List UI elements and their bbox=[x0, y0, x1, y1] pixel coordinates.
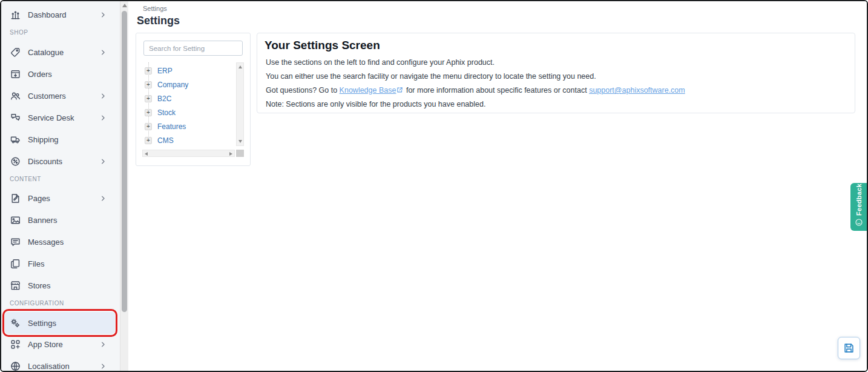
image-icon bbox=[10, 214, 21, 226]
sidebar-item-label: Localisation bbox=[28, 362, 70, 371]
chevron-right-icon bbox=[100, 158, 107, 165]
tree-horizontal-scrollbar[interactable] bbox=[142, 150, 235, 157]
sidebar-item-app-store[interactable]: App Store bbox=[1, 333, 120, 355]
knowledge-base-link[interactable]: Knowledge Base bbox=[340, 86, 396, 95]
storefront-icon bbox=[10, 280, 21, 291]
tree-item-cms: +CMS bbox=[142, 133, 235, 146]
expand-plus-icon[interactable]: + bbox=[145, 67, 152, 75]
sidebar-item-label: App Store bbox=[28, 340, 63, 349]
sidebar-item-orders[interactable]: Orders bbox=[1, 63, 120, 85]
tree-item-stock: +Stock bbox=[142, 105, 235, 119]
sidebar-item-banners[interactable]: Banners bbox=[1, 209, 120, 231]
percent-badge-icon bbox=[10, 156, 21, 167]
sidebar-item-label: Orders bbox=[28, 70, 52, 79]
sidebar-item-dashboard[interactable]: Dashboard bbox=[1, 4, 120, 25]
sidebar-scrollbar[interactable] bbox=[120, 1, 128, 371]
support-email-link[interactable]: support@aphixsoftware.com bbox=[589, 86, 685, 95]
search-input[interactable] bbox=[143, 41, 243, 56]
files-icon bbox=[10, 258, 21, 270]
chevron-right-icon bbox=[100, 93, 107, 99]
chevron-right-icon bbox=[100, 49, 107, 56]
users-icon bbox=[10, 90, 21, 102]
sidebar-item-shipping[interactable]: Shipping bbox=[1, 128, 120, 150]
expand-plus-icon[interactable]: + bbox=[145, 123, 152, 130]
sidebar: DashboardSHOPCatalogueOrdersCustomersSer… bbox=[1, 1, 120, 371]
tree-item-company: +Company bbox=[142, 78, 235, 91]
scroll-up-arrow-icon[interactable] bbox=[238, 65, 242, 68]
settings-tree-panel: +ERP+Company+B2C+Stock+Features+CMS bbox=[136, 33, 251, 166]
tree-item-label[interactable]: Features bbox=[157, 122, 186, 131]
save-button[interactable] bbox=[838, 337, 860, 359]
tree-item-label[interactable]: Company bbox=[157, 81, 188, 89]
tree-item-erp: +ERP bbox=[142, 64, 235, 78]
page-icon bbox=[10, 193, 21, 204]
dashboard-chart-icon bbox=[10, 9, 21, 21]
sidebar-item-label: Discounts bbox=[28, 157, 62, 166]
sidebar-item-localisation[interactable]: Localisation bbox=[1, 355, 120, 372]
chevron-right-icon bbox=[100, 341, 107, 348]
chat-bubbles-icon bbox=[10, 112, 21, 124]
sidebar-item-label: Customers bbox=[28, 91, 66, 101]
info-paragraph-3: Got questions? Go to Knowledge Base for … bbox=[266, 86, 685, 95]
info-paragraph-2: You can either use the search facility o… bbox=[266, 72, 596, 81]
sidebar-item-label: Catalogue bbox=[28, 48, 64, 57]
scrollbar-up-arrow-icon[interactable] bbox=[122, 4, 127, 7]
expand-plus-icon[interactable]: + bbox=[145, 137, 152, 144]
gears-icon bbox=[10, 317, 21, 329]
scroll-left-arrow-icon[interactable] bbox=[145, 152, 148, 156]
floppy-disk-icon bbox=[843, 342, 855, 354]
expand-plus-icon[interactable]: + bbox=[145, 95, 152, 102]
tree-item-label[interactable]: Stock bbox=[157, 108, 176, 117]
sidebar-item-service-desk[interactable]: Service Desk bbox=[1, 107, 120, 128]
info-paragraph-3-middle: for more information about specific feat… bbox=[404, 86, 589, 95]
scrollbar-corner bbox=[236, 150, 244, 157]
sidebar-item-stores[interactable]: Stores bbox=[1, 274, 120, 296]
app-window: DashboardSHOPCatalogueOrdersCustomersSer… bbox=[0, 0, 868, 372]
sidebar-item-label: Stores bbox=[28, 281, 51, 290]
sidebar-item-catalogue[interactable]: Catalogue bbox=[1, 41, 120, 63]
sidebar-section-configuration: CONFIGURATION bbox=[10, 300, 64, 308]
settings-tree: +ERP+Company+B2C+Stock+Features+CMS bbox=[142, 61, 235, 146]
sidebar-item-customers[interactable]: Customers bbox=[1, 85, 120, 107]
chevron-right-icon bbox=[100, 115, 107, 121]
feedback-tab[interactable]: Feedback bbox=[850, 183, 867, 231]
sidebar-item-label: Service Desk bbox=[28, 113, 74, 122]
chevron-right-icon bbox=[100, 363, 107, 370]
page-title: Settings bbox=[137, 15, 180, 27]
sidebar-item-messages[interactable]: Messages bbox=[1, 231, 120, 253]
scroll-right-arrow-icon[interactable] bbox=[229, 152, 232, 156]
tree-item-features: +Features bbox=[142, 119, 235, 133]
sidebar-item-label: Messages bbox=[28, 237, 64, 247]
tree-item-label[interactable]: B2C bbox=[157, 95, 171, 103]
grid-plus-icon bbox=[10, 339, 21, 350]
sidebar-item-label: Settings bbox=[28, 319, 56, 328]
truck-icon bbox=[10, 134, 21, 145]
expand-plus-icon[interactable]: + bbox=[145, 81, 152, 88]
sidebar-item-label: Dashboard bbox=[28, 10, 67, 19]
sidebar-scrollbar-thumb[interactable] bbox=[122, 11, 127, 312]
settings-info-panel: Your Settings Screen Use the sections on… bbox=[257, 33, 855, 113]
sidebar-section-shop: SHOP bbox=[10, 29, 28, 38]
tree-item-label[interactable]: CMS bbox=[157, 136, 174, 145]
sidebar-item-label: Pages bbox=[28, 194, 50, 203]
sidebar-section-content: CONTENT bbox=[10, 176, 41, 184]
sidebar-item-label: Banners bbox=[28, 216, 57, 225]
feedback-label: Feedback bbox=[855, 183, 863, 218]
package-icon bbox=[10, 68, 21, 80]
sidebar-item-files[interactable]: Files bbox=[1, 253, 120, 274]
tree-item-b2c: +B2C bbox=[142, 91, 235, 105]
info-paragraph-3-prefix: Got questions? Go to bbox=[266, 86, 340, 95]
expand-plus-icon[interactable]: + bbox=[145, 109, 152, 116]
tag-icon bbox=[10, 47, 21, 58]
info-heading: Your Settings Screen bbox=[265, 39, 380, 52]
sidebar-item-settings[interactable]: Settings bbox=[5, 312, 115, 334]
tree-item-label[interactable]: ERP bbox=[157, 67, 173, 75]
globe-icon bbox=[10, 360, 21, 372]
sidebar-item-discounts[interactable]: Discounts bbox=[1, 150, 120, 172]
external-link-icon bbox=[396, 87, 403, 93]
chevron-right-icon bbox=[100, 195, 107, 202]
scroll-down-arrow-icon[interactable] bbox=[238, 140, 242, 143]
info-paragraph-4: Note: Sections are only visible for the … bbox=[266, 100, 485, 108]
sidebar-item-pages[interactable]: Pages bbox=[1, 187, 120, 209]
tree-vertical-scrollbar[interactable] bbox=[236, 62, 244, 146]
